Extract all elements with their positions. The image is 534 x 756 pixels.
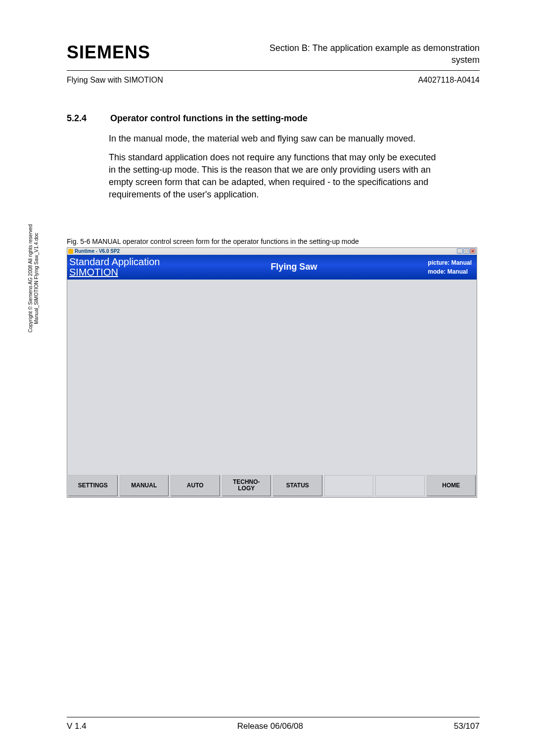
hmi-header-right: picture: Manual mode: Manual xyxy=(428,258,472,276)
side-copyright-line2: Manual_SIMOTION Flying Saw_V1.4.doc xyxy=(34,233,39,324)
hmi-header: Standard Application SIMOTION Flying Saw… xyxy=(67,255,477,280)
subheader-row: Flying Saw with SIMOTION A4027118-A0414 xyxy=(67,71,480,85)
hmi-footer-buttons: SETTINGSMANUALAUTOTECHNO- LOGYSTATUSHOME xyxy=(67,473,477,497)
section-title: Operator control functions in the settin… xyxy=(110,113,308,124)
page-footer: V 1.4 Release 06/06/08 53/107 xyxy=(67,717,480,731)
body-text: In the manual mode, the material web and… xyxy=(109,133,445,201)
section-header-text: Section B: The application example as de… xyxy=(269,42,480,66)
hmi-button-manual[interactable]: MANUAL xyxy=(120,475,169,496)
hmi-button-blank-6 xyxy=(375,475,425,496)
side-copyright-line1: Copyright © Siemens AG 2008 All rights r… xyxy=(28,224,33,332)
hmi-header-left-line2: SIMOTION xyxy=(69,267,160,278)
subheader-right: A4027118-A0414 xyxy=(418,76,480,85)
hmi-screenshot: Runtime - V6.0 SP2 _ □ × Standard Applic… xyxy=(67,247,477,498)
hmi-button-techno-logy[interactable]: TECHNO- LOGY xyxy=(222,475,271,496)
hmi-body-area xyxy=(67,280,477,473)
hmi-button-home[interactable]: HOME xyxy=(427,475,476,496)
hmi-header-left-line1: Standard Application xyxy=(69,257,160,267)
footer-right: 53/107 xyxy=(454,721,480,731)
hmi-header-center: Flying Saw xyxy=(270,262,317,272)
subheader-left: Flying Saw with SIMOTION xyxy=(67,76,163,85)
hmi-header-right-line1: picture: Manual xyxy=(428,258,472,267)
section-title-row: 5.2.4 Operator control functions in the … xyxy=(67,113,480,124)
hmi-header-right-line2: mode: Manual xyxy=(428,267,472,276)
document-header: SIEMENS Section B: The application examp… xyxy=(67,42,480,66)
section-line1: Section B: The application example as de… xyxy=(269,43,480,53)
footer-left: V 1.4 xyxy=(67,721,87,731)
hmi-button-auto[interactable]: AUTO xyxy=(171,475,220,496)
close-icon[interactable]: × xyxy=(470,248,476,254)
app-icon xyxy=(68,249,73,254)
maximize-icon[interactable]: □ xyxy=(463,248,469,254)
minimize-icon[interactable]: _ xyxy=(457,248,463,254)
paragraph-1: In the manual mode, the material web and… xyxy=(109,133,445,145)
paragraph-2: This standard application does not requi… xyxy=(109,151,445,200)
hmi-button-blank-5 xyxy=(324,475,374,496)
footer-center: Release 06/06/08 xyxy=(237,721,303,731)
hmi-header-left: Standard Application SIMOTION xyxy=(69,257,160,278)
window-buttons: _ □ × xyxy=(457,248,476,254)
side-copyright: Copyright © Siemens AG 2008 All rights r… xyxy=(28,224,40,332)
siemens-logo: SIEMENS xyxy=(67,42,150,63)
hmi-button-status[interactable]: STATUS xyxy=(273,475,322,496)
section-line2: system xyxy=(451,55,480,65)
figure-caption: Fig. 5-6 MANUAL operator control screen … xyxy=(67,237,480,245)
hmi-window-title: Runtime - V6.0 SP2 xyxy=(75,248,120,254)
hmi-titlebar: Runtime - V6.0 SP2 _ □ × xyxy=(67,248,477,255)
section-number: 5.2.4 xyxy=(67,113,87,124)
hmi-button-settings[interactable]: SETTINGS xyxy=(68,475,118,496)
